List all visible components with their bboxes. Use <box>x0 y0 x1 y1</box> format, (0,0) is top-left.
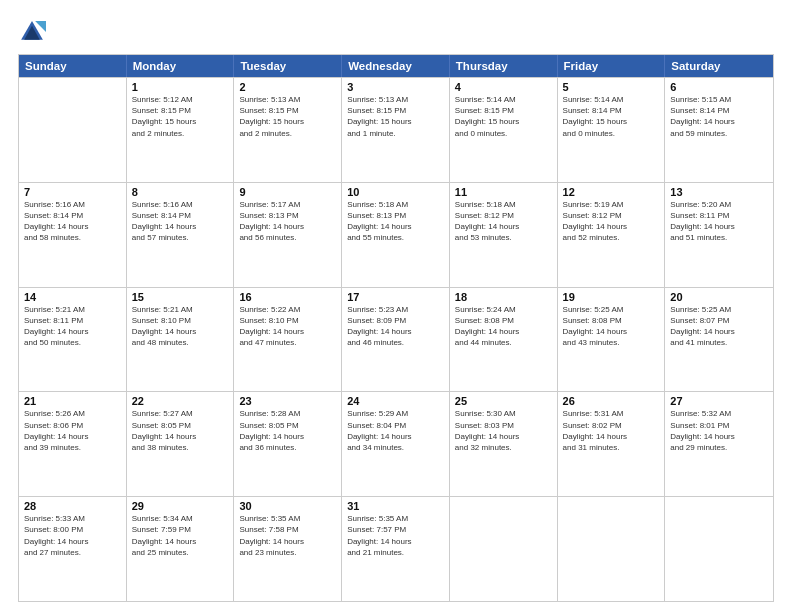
day-info-line: Daylight: 14 hours <box>563 431 660 442</box>
day-info-line: and 59 minutes. <box>670 128 768 139</box>
day-number: 1 <box>132 81 229 93</box>
day-number: 27 <box>670 395 768 407</box>
day-info-line: Sunrise: 5:22 AM <box>239 304 336 315</box>
day-info-line: Sunset: 8:07 PM <box>670 315 768 326</box>
day-info-line: Daylight: 14 hours <box>24 431 121 442</box>
day-cell-28: 28Sunrise: 5:33 AMSunset: 8:00 PMDayligh… <box>19 497 127 601</box>
day-info-line: Sunset: 8:08 PM <box>563 315 660 326</box>
day-info-line: Sunrise: 5:25 AM <box>670 304 768 315</box>
calendar-row-3: 14Sunrise: 5:21 AMSunset: 8:11 PMDayligh… <box>19 287 773 392</box>
day-info-line: and 23 minutes. <box>239 547 336 558</box>
day-info-line: Daylight: 15 hours <box>347 116 444 127</box>
day-number: 25 <box>455 395 552 407</box>
day-number: 16 <box>239 291 336 303</box>
day-info-line: Sunrise: 5:21 AM <box>132 304 229 315</box>
day-info-line: Daylight: 14 hours <box>132 431 229 442</box>
day-info-line: Sunset: 8:02 PM <box>563 420 660 431</box>
day-info-line: Daylight: 14 hours <box>239 431 336 442</box>
day-cell-6: 6Sunrise: 5:15 AMSunset: 8:14 PMDaylight… <box>665 78 773 182</box>
day-info-line: Sunset: 8:01 PM <box>670 420 768 431</box>
day-info-line: Sunset: 8:05 PM <box>239 420 336 431</box>
day-info-line: and 2 minutes. <box>132 128 229 139</box>
day-info-line: Sunset: 8:10 PM <box>132 315 229 326</box>
day-info-line: and 48 minutes. <box>132 337 229 348</box>
day-number: 14 <box>24 291 121 303</box>
day-number: 2 <box>239 81 336 93</box>
day-info-line: Sunrise: 5:35 AM <box>347 513 444 524</box>
day-info-line: Sunrise: 5:16 AM <box>132 199 229 210</box>
day-number: 5 <box>563 81 660 93</box>
day-info-line: and 52 minutes. <box>563 232 660 243</box>
day-info-line: Daylight: 14 hours <box>455 326 552 337</box>
day-info-line: Sunrise: 5:33 AM <box>24 513 121 524</box>
day-number: 12 <box>563 186 660 198</box>
day-number: 26 <box>563 395 660 407</box>
header-day-thursday: Thursday <box>450 55 558 77</box>
day-number: 4 <box>455 81 552 93</box>
day-number: 20 <box>670 291 768 303</box>
day-info-line: Daylight: 15 hours <box>132 116 229 127</box>
day-info-line: Daylight: 15 hours <box>455 116 552 127</box>
day-info-line: Daylight: 14 hours <box>455 221 552 232</box>
day-info-line: and 31 minutes. <box>563 442 660 453</box>
day-cell-12: 12Sunrise: 5:19 AMSunset: 8:12 PMDayligh… <box>558 183 666 287</box>
day-info-line: Sunset: 8:12 PM <box>563 210 660 221</box>
day-info-line: Daylight: 14 hours <box>132 326 229 337</box>
day-info-line: Daylight: 15 hours <box>239 116 336 127</box>
day-info-line: Sunset: 8:15 PM <box>347 105 444 116</box>
day-info-line: Sunrise: 5:29 AM <box>347 408 444 419</box>
calendar-row-4: 21Sunrise: 5:26 AMSunset: 8:06 PMDayligh… <box>19 391 773 496</box>
day-info-line: Sunrise: 5:34 AM <box>132 513 229 524</box>
day-info-line: Sunrise: 5:16 AM <box>24 199 121 210</box>
day-info-line: Sunrise: 5:14 AM <box>563 94 660 105</box>
day-cell-empty <box>19 78 127 182</box>
day-info-line: Sunset: 8:14 PM <box>132 210 229 221</box>
day-cell-10: 10Sunrise: 5:18 AMSunset: 8:13 PMDayligh… <box>342 183 450 287</box>
day-cell-18: 18Sunrise: 5:24 AMSunset: 8:08 PMDayligh… <box>450 288 558 392</box>
day-info-line: and 58 minutes. <box>24 232 121 243</box>
day-info-line: Daylight: 14 hours <box>239 326 336 337</box>
day-info-line: Sunrise: 5:17 AM <box>239 199 336 210</box>
day-info-line: Sunrise: 5:13 AM <box>347 94 444 105</box>
day-number: 7 <box>24 186 121 198</box>
header-day-tuesday: Tuesday <box>234 55 342 77</box>
day-number: 10 <box>347 186 444 198</box>
day-number: 3 <box>347 81 444 93</box>
day-number: 21 <box>24 395 121 407</box>
day-info-line: and 43 minutes. <box>563 337 660 348</box>
day-info-line: and 32 minutes. <box>455 442 552 453</box>
day-info-line: Sunset: 8:15 PM <box>132 105 229 116</box>
day-info-line: and 34 minutes. <box>347 442 444 453</box>
day-info-line: Sunset: 8:08 PM <box>455 315 552 326</box>
day-info-line: Daylight: 15 hours <box>563 116 660 127</box>
day-info-line: and 44 minutes. <box>455 337 552 348</box>
day-info-line: Daylight: 14 hours <box>670 116 768 127</box>
day-cell-31: 31Sunrise: 5:35 AMSunset: 7:57 PMDayligh… <box>342 497 450 601</box>
day-info-line: Daylight: 14 hours <box>670 431 768 442</box>
day-cell-9: 9Sunrise: 5:17 AMSunset: 8:13 PMDaylight… <box>234 183 342 287</box>
day-cell-29: 29Sunrise: 5:34 AMSunset: 7:59 PMDayligh… <box>127 497 235 601</box>
day-info-line: Sunset: 8:14 PM <box>670 105 768 116</box>
day-info-line: Sunset: 8:15 PM <box>239 105 336 116</box>
day-number: 22 <box>132 395 229 407</box>
day-info-line: and 51 minutes. <box>670 232 768 243</box>
day-number: 11 <box>455 186 552 198</box>
day-info-line: and 0 minutes. <box>455 128 552 139</box>
header <box>18 18 774 46</box>
day-cell-4: 4Sunrise: 5:14 AMSunset: 8:15 PMDaylight… <box>450 78 558 182</box>
day-number: 19 <box>563 291 660 303</box>
day-cell-24: 24Sunrise: 5:29 AMSunset: 8:04 PMDayligh… <box>342 392 450 496</box>
day-info-line: Daylight: 14 hours <box>347 431 444 442</box>
day-info-line: Sunset: 8:00 PM <box>24 524 121 535</box>
day-info-line: and 1 minute. <box>347 128 444 139</box>
day-info-line: Sunset: 8:03 PM <box>455 420 552 431</box>
day-number: 15 <box>132 291 229 303</box>
day-info-line: and 57 minutes. <box>132 232 229 243</box>
day-info-line: Sunrise: 5:35 AM <box>239 513 336 524</box>
day-cell-16: 16Sunrise: 5:22 AMSunset: 8:10 PMDayligh… <box>234 288 342 392</box>
calendar-row-1: 1Sunrise: 5:12 AMSunset: 8:15 PMDaylight… <box>19 77 773 182</box>
day-number: 17 <box>347 291 444 303</box>
day-cell-22: 22Sunrise: 5:27 AMSunset: 8:05 PMDayligh… <box>127 392 235 496</box>
day-cell-11: 11Sunrise: 5:18 AMSunset: 8:12 PMDayligh… <box>450 183 558 287</box>
day-info-line: Sunrise: 5:32 AM <box>670 408 768 419</box>
